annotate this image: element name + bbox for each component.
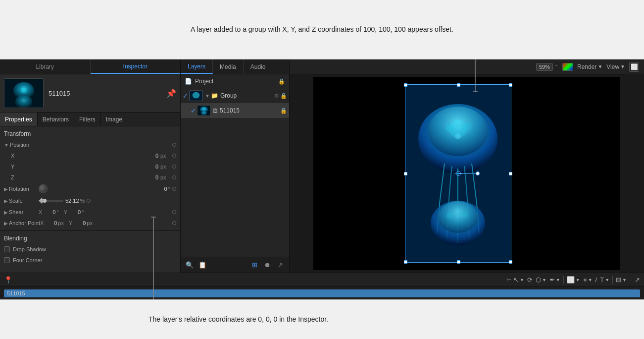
tab-audio[interactable]: Audio — [244, 59, 273, 74]
selected-layer-image[interactable] — [405, 84, 511, 263]
y-value[interactable]: 0 — [41, 164, 158, 170]
tab-layers[interactable]: Layers — [181, 59, 213, 74]
group-label: Group — [220, 92, 274, 99]
bottom-annotation-text: The layer's relative coordinates are 0, … — [149, 314, 328, 325]
tab-inspector[interactable]: Inspector — [91, 59, 181, 74]
tab-properties[interactable]: Properties — [0, 113, 38, 126]
canvas-toolbar: 59% ⌃ Render ▼ View ▼ ⬜ — [290, 59, 644, 74]
mask-tool[interactable]: ⬡▼ — [536, 276, 546, 283]
svg-point-14 — [462, 122, 472, 132]
layer-project-item[interactable]: 📄 Project 🔒 — [181, 74, 289, 88]
anchor-row: ▶ Anchor Point X 0 px Y 0 px — [0, 218, 180, 228]
line-tool[interactable]: / — [595, 276, 597, 283]
blending-section-header: Blending — [0, 233, 180, 244]
rotation-value[interactable]: 0 — [50, 186, 167, 192]
zoom-control[interactable]: 59% ⌃ — [536, 63, 558, 71]
group-check[interactable]: ✓ — [183, 92, 188, 100]
canvas-viewport — [290, 74, 644, 273]
export-btn[interactable]: ↗ — [275, 260, 285, 270]
anchor-x-value[interactable]: 0 — [45, 220, 57, 226]
search-btn[interactable]: 🔍 — [185, 260, 195, 270]
group-lock-icon: ⚙ — [274, 93, 279, 99]
layout-btn[interactable]: ⊟▼ — [616, 276, 627, 283]
group-actions: 🔒 — [280, 93, 287, 99]
tab-library[interactable]: Library — [0, 59, 91, 74]
group-folder-icon: 📁 — [211, 92, 218, 99]
shear-y-value[interactable]: 0 — [69, 209, 81, 215]
x-value[interactable]: 0 — [41, 153, 158, 159]
drop-shadow-label: Drop Shadow — [13, 246, 46, 252]
timeline-track-area: 511015 — [0, 287, 644, 299]
z-value[interactable]: 0 — [41, 174, 158, 180]
rotation-unit: ° — [168, 186, 170, 192]
tab-media[interactable]: Media — [213, 59, 244, 74]
z-row: Z 0 px — [0, 172, 180, 183]
tab-image[interactable]: Image — [101, 113, 127, 126]
svg-point-17 — [438, 201, 478, 233]
keyframe-btn[interactable]: ⋄▼ — [583, 276, 593, 283]
y-row: Y 0 px — [0, 161, 180, 172]
rotation-dial[interactable] — [39, 184, 48, 193]
shear-y-label: Y — [64, 209, 67, 215]
svg-point-8 — [201, 111, 207, 115]
group-collapse-arrow[interactable]: ▼ — [205, 93, 210, 99]
record-btn[interactable]: ⏺ — [262, 260, 272, 270]
anchor-dot — [172, 221, 176, 225]
zoom-value: 59% — [536, 63, 553, 71]
transform-tool[interactable]: ⟳ — [527, 276, 533, 283]
scale-value[interactable]: 52.12 — [65, 198, 79, 204]
thumbnail-pin-icon[interactable]: 📌 — [166, 89, 176, 98]
position-row: ▼ Position — [0, 139, 180, 150]
rotation-label: Rotation — [9, 186, 39, 192]
pin-marker-icon: 📍 — [4, 276, 12, 284]
position-collapse-arrow[interactable]: ▼ — [4, 142, 9, 148]
thumbnail-area: 511015 📌 — [0, 74, 180, 113]
timeline: 📍 ⊢ ↖▼ ⟳ ⬡▼ ✒▼ ⬜▼ ⋄▼ / T▼ ⊟▼ ↗ 5110 — [0, 273, 644, 299]
rotation-dot — [172, 187, 176, 191]
four-corner-checkbox[interactable] — [4, 257, 10, 263]
anchor-y-value[interactable]: 0 — [74, 220, 86, 226]
transform-section-header: Transform — [0, 128, 180, 139]
tab-behaviors[interactable]: Behaviors — [38, 113, 74, 126]
shear-x-value[interactable]: 0 — [44, 209, 55, 215]
thumbnail-title: 511015 — [49, 90, 70, 97]
layer-image-item[interactable]: ✓ — [181, 103, 289, 118]
render-btn[interactable]: Render ▼ — [577, 63, 602, 70]
add-group-btn[interactable]: 📋 — [198, 260, 207, 270]
anchor-collapse-arrow[interactable]: ▶ — [4, 221, 8, 226]
color-picker-btn[interactable] — [562, 63, 573, 71]
four-corner-row: Four Corner — [0, 255, 180, 266]
layer-group-item[interactable]: ✓ ▼ 📁 Group ⚙ 🔒 — [181, 88, 289, 103]
sub-tabs: Properties Behaviors Filters Image — [0, 113, 180, 126]
anchor-x-label: X — [40, 220, 44, 226]
svg-point-5 — [193, 92, 200, 99]
shear-collapse-arrow[interactable]: ▶ — [4, 210, 8, 215]
layers-list: 📄 Project 🔒 ✓ ▼ 📁 Group — [181, 74, 289, 257]
z-label: Z — [11, 174, 41, 180]
inspector-content: Transform ▼ Position X 0 px Y — [0, 126, 180, 273]
select-tool[interactable]: ↖▼ — [513, 276, 524, 283]
scale-slider[interactable] — [39, 200, 63, 202]
image-check[interactable]: ✓ — [191, 107, 196, 114]
anchor-y-unit: px — [87, 220, 93, 226]
drop-shadow-checkbox[interactable] — [4, 246, 10, 252]
scale-collapse-arrow[interactable]: ▶ — [4, 198, 8, 204]
grid-btn[interactable]: ⊞ — [249, 260, 259, 270]
y-unit: px — [160, 164, 170, 170]
rotation-collapse-arrow[interactable]: ▶ — [4, 186, 8, 192]
display-btn[interactable]: ⬜ — [629, 62, 639, 72]
canvas-area: 59% ⌃ Render ▼ View ▼ ⬜ — [290, 59, 644, 273]
tab-filters[interactable]: Filters — [74, 113, 101, 126]
timeline-expand[interactable]: ↗ — [635, 276, 640, 283]
view-btn[interactable]: View ▼ — [606, 63, 625, 70]
x-label: X — [11, 153, 41, 159]
position-label: Position — [10, 142, 29, 148]
timeline-clip[interactable]: 511015 — [4, 289, 640, 297]
text-tool[interactable]: T▼ — [600, 276, 609, 283]
project-label: Project — [195, 78, 213, 85]
frame-controls[interactable]: ⬜▼ — [567, 276, 580, 283]
svg-point-13 — [446, 124, 453, 132]
pen-tool[interactable]: ✒▼ — [549, 276, 560, 283]
shear-x-label: X — [39, 209, 42, 215]
timeline-toolbar: 📍 ⊢ ↖▼ ⟳ ⬡▼ ✒▼ ⬜▼ ⋄▼ / T▼ ⊟▼ ↗ — [0, 273, 644, 287]
